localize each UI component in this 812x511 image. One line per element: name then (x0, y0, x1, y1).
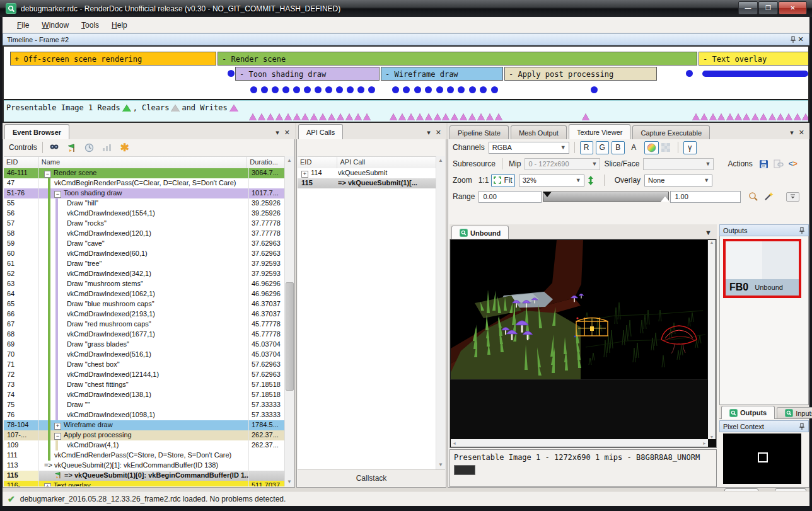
tab-texture-viewer[interactable]: Texture Viewer (569, 124, 631, 140)
timeline-draw-dot[interactable] (591, 86, 598, 93)
timeline-draw-dot[interactable] (272, 86, 279, 93)
texture-list-dropdown-icon[interactable]: ▼ (705, 229, 712, 236)
column-header-eid[interactable]: EID (298, 157, 337, 168)
event-row-76[interactable]: 76vkCmdDrawIndexed(1098,1)57.33333 (4, 410, 285, 420)
timeline-draw-dot[interactable] (261, 86, 268, 93)
menu-file[interactable]: File (11, 19, 35, 32)
menu-tools[interactable]: Tools (76, 19, 105, 32)
column-header-apicall[interactable]: API Call (337, 157, 436, 168)
event-row-62[interactable]: 62vkCmdDrawIndexed(342,1)37.92593 (4, 269, 285, 279)
channel-a-button[interactable]: A (627, 141, 641, 154)
write-marker-triangle[interactable] (407, 113, 415, 120)
autofit-wand-icon[interactable] (761, 190, 776, 204)
zoom-range-icon[interactable] (746, 190, 761, 204)
api-table-header[interactable]: EIDAPI Call (298, 156, 436, 169)
channels-select[interactable]: RGBA▼ (489, 142, 569, 154)
slice-face-select[interactable]: ▼ (643, 158, 714, 170)
fb0-thumbnail[interactable]: FB0 Unbound (723, 239, 801, 298)
write-marker-triangle[interactable] (354, 113, 362, 120)
timeline-draw-dot[interactable] (282, 86, 289, 93)
tab-pipeline-state[interactable]: Pipeline State (450, 125, 509, 139)
write-marker-triangle[interactable] (768, 113, 776, 120)
texture-canvas[interactable]: ▲▼ ◄► (450, 239, 717, 448)
settings-star-icon[interactable]: ✱ (119, 142, 131, 153)
tab-unbound-texture[interactable]: Unbound (451, 226, 509, 239)
event-row-56[interactable]: 56vkCmdDrawIndexed(1554,1)39.25926 (4, 209, 285, 219)
event-row-71[interactable]: 71Draw "chest box"57.62963 (4, 360, 285, 370)
timeline-draw-dot[interactable] (347, 86, 354, 93)
event-row-73[interactable]: 73Draw "chest fittings"57.18518 (4, 380, 285, 390)
event-row-65[interactable]: 65Draw "blue mushroom caps"46.37037 (4, 299, 285, 309)
event-row-69[interactable]: 69Draw "grass blades"45.03704 (4, 340, 285, 350)
timeline-draw-dot[interactable] (228, 70, 235, 77)
column-header-eid[interactable]: EID (4, 157, 39, 168)
write-marker-triangle[interactable] (486, 113, 494, 120)
event-row-60[interactable]: 60vkCmdDrawIndexed(60,1)37.62963 (4, 249, 285, 259)
title-bar[interactable]: debugmarker.rdc - RenderDoc Unofficial r… (0, 0, 812, 17)
write-marker-triangle[interactable] (276, 113, 283, 120)
write-marker-triangle[interactable] (345, 113, 353, 120)
timeline-bar[interactable]: - Render scene (218, 52, 697, 66)
panel-close-icon[interactable]: ✕ (284, 129, 290, 137)
timeline-draw-dot[interactable] (414, 86, 421, 93)
event-row-51-76[interactable]: 51-76−Toon shading draw1017.7... (4, 188, 285, 198)
time-icon[interactable] (83, 142, 96, 153)
range-min-input[interactable]: 0.00 (478, 191, 542, 203)
timeline-draw-dot[interactable] (250, 86, 257, 93)
event-row-74[interactable]: 74vkCmdDrawIndexed(138,1)57.18518 (4, 390, 285, 400)
range-slider[interactable] (543, 192, 669, 202)
event-row-75[interactable]: 75Draw ""57.33333 (4, 400, 285, 410)
timeline-draw-dot[interactable] (304, 86, 311, 93)
event-row-59[interactable]: 59Draw "cave"37.62963 (4, 239, 285, 249)
timeline-draw-dot[interactable] (368, 86, 375, 93)
event-row-68[interactable]: 68vkCmdDrawIndexed(1677,1)45.77778 (4, 330, 285, 340)
event-row-113[interactable]: 113=> vkQueueSubmit(2)[1]: vkEndCommandB… (4, 461, 285, 471)
color-wheel-button[interactable] (644, 141, 659, 154)
timeline-draw-dot[interactable] (325, 86, 332, 93)
write-marker-triangle[interactable] (709, 113, 717, 120)
save-icon[interactable] (757, 158, 771, 171)
event-row-78-104[interactable]: 78-104+Wireframe draw1784.5... (4, 420, 285, 430)
write-marker-triangle[interactable] (582, 113, 589, 120)
tab-inputs[interactable]: Inputs (777, 407, 812, 418)
event-row-111[interactable]: 111vkCmdEndRenderPass(C=Store, D=Store, … (4, 451, 285, 461)
event-row-116-...[interactable]: 116-...+Text overlay511.7037 (4, 481, 285, 486)
event-row-70[interactable]: 70vkCmdDrawIndexed(516,1)45.03704 (4, 350, 285, 360)
collapse-icon[interactable]: − (54, 433, 61, 440)
pin-icon[interactable] (799, 423, 805, 430)
write-marker-triangle[interactable] (477, 113, 485, 120)
expand-icon[interactable]: + (54, 423, 61, 430)
gamma-button[interactable]: γ (683, 141, 697, 154)
write-marker-triangle[interactable] (267, 113, 274, 120)
timeline-bar[interactable]: - Apply post processing (504, 67, 657, 81)
timeline-close-icon[interactable]: ✕ (796, 35, 805, 43)
panel-menu-icon[interactable]: ▾ (276, 129, 279, 137)
timeline-draw-dot[interactable] (336, 86, 343, 93)
timeline-draw-dot[interactable] (315, 86, 322, 93)
event-row-109[interactable]: 109vkCmdDraw(4,1)262.37... (4, 440, 285, 451)
timeline-draw-dot[interactable] (403, 86, 410, 93)
tab-api-calls[interactable]: API Calls (298, 124, 343, 140)
menu-help[interactable]: Help (106, 19, 133, 32)
write-marker-triangle[interactable] (319, 113, 327, 120)
range-black-point-handle[interactable] (543, 192, 552, 197)
event-row-61[interactable]: 61Draw "tree"37.92593 (4, 259, 285, 269)
zoom-fit-button[interactable]: Fit (491, 174, 514, 187)
timeline-bar[interactable]: + Off-screen scene rendering (10, 52, 216, 66)
timeline-draw-dot[interactable] (686, 70, 693, 77)
timeline-draw-dot[interactable] (293, 86, 300, 93)
write-marker-triangle[interactable] (802, 113, 809, 120)
timeline-draw-dot[interactable] (447, 86, 454, 93)
pin-icon[interactable] (790, 36, 796, 43)
tab-mesh-output[interactable]: Mesh Output (511, 125, 567, 139)
timeline-draw-dot[interactable] (436, 86, 443, 93)
zoom-select[interactable]: 32%▼ (519, 175, 584, 187)
timeline-draw-pill[interactable] (702, 71, 808, 77)
api-call-row-114[interactable]: +114vkQueueSubmit (298, 168, 436, 178)
write-marker-triangle[interactable] (249, 113, 257, 120)
write-marker-triangle[interactable] (442, 113, 450, 120)
timeline-draw-dot[interactable] (491, 86, 498, 93)
timeline-bar[interactable]: - Wireframe draw (381, 67, 503, 81)
timeline-draw-dot[interactable] (425, 86, 432, 93)
write-marker-triangle[interactable] (434, 113, 441, 120)
